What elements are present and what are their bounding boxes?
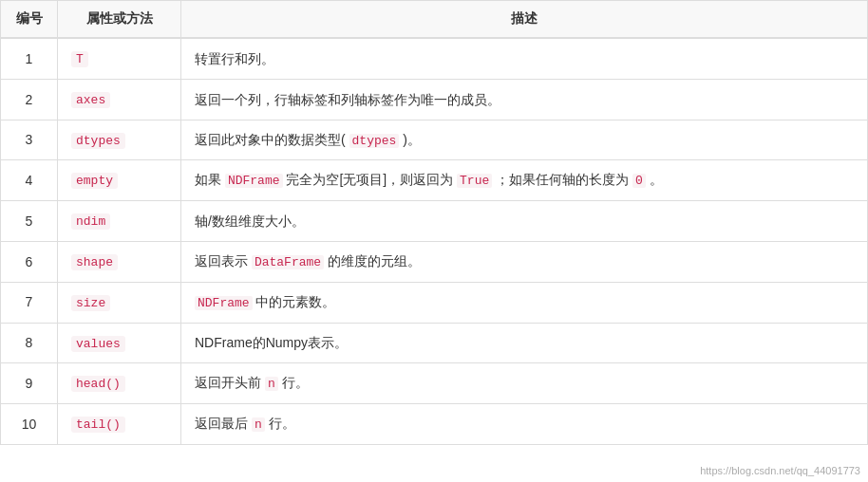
cell-desc: 返回一个列，行轴标签和列轴标签作为唯一的成员。 xyxy=(181,79,868,120)
table-row: 4empty如果 NDFrame 完全为空[无项目]，则返回为 True ；如果… xyxy=(1,160,868,201)
table-row: 9head()返回开头前 n 行。 xyxy=(1,363,868,404)
cell-num: 8 xyxy=(1,323,58,363)
cell-attr: shape xyxy=(58,241,181,282)
cell-num: 3 xyxy=(1,120,58,160)
header-attr: 属性或方法 xyxy=(58,1,181,39)
table-row: 3dtypes返回此对象中的数据类型( dtypes )。 xyxy=(1,120,868,160)
data-table: 编号 属性或方法 描述 1T转置行和列。2axes返回一个列，行轴标签和列轴标签… xyxy=(0,0,868,445)
table-row: 2axes返回一个列，行轴标签和列轴标签作为唯一的成员。 xyxy=(1,79,868,120)
cell-num: 1 xyxy=(1,38,58,79)
header-desc: 描述 xyxy=(181,1,868,39)
cell-desc: 返回此对象中的数据类型( dtypes )。 xyxy=(181,120,868,160)
table-row: 1T转置行和列。 xyxy=(1,38,868,79)
table-row: 5ndim轴/数组维度大小。 xyxy=(1,201,868,242)
attr-code: axes xyxy=(71,92,110,108)
cell-attr: ndim xyxy=(58,201,181,242)
table-row: 7sizeNDFrame 中的元素数。 xyxy=(1,282,868,323)
header-num: 编号 xyxy=(1,1,58,39)
cell-num: 2 xyxy=(1,79,58,120)
watermark: https://blog.csdn.net/qq_44091773 xyxy=(700,465,860,476)
attr-code: ndim xyxy=(71,213,110,230)
cell-attr: dtypes xyxy=(58,120,181,160)
cell-desc: 轴/数组维度大小。 xyxy=(181,201,868,242)
table-row: 8valuesNDFrame的Numpy表示。 xyxy=(1,323,868,363)
cell-attr: axes xyxy=(58,79,181,120)
table-row: 10tail()返回最后 n 行。 xyxy=(1,404,868,445)
cell-attr: tail() xyxy=(58,404,181,445)
attr-code: empty xyxy=(71,173,118,189)
cell-attr: head() xyxy=(58,363,181,404)
cell-desc: NDFrame 中的元素数。 xyxy=(181,282,868,323)
cell-attr: T xyxy=(58,38,181,79)
cell-desc: 返回最后 n 行。 xyxy=(181,404,868,445)
cell-desc: NDFrame的Numpy表示。 xyxy=(181,323,868,363)
attr-code: shape xyxy=(71,254,118,270)
cell-desc: 如果 NDFrame 完全为空[无项目]，则返回为 True ；如果任何轴的长度… xyxy=(181,160,868,201)
cell-num: 6 xyxy=(1,241,58,282)
cell-num: 9 xyxy=(1,363,58,404)
attr-code: head() xyxy=(71,376,125,392)
table-header-row: 编号 属性或方法 描述 xyxy=(1,1,868,39)
attr-code: dtypes xyxy=(71,133,125,149)
cell-num: 7 xyxy=(1,282,58,323)
cell-num: 4 xyxy=(1,160,58,201)
cell-attr: size xyxy=(58,282,181,323)
cell-attr: values xyxy=(58,323,181,363)
cell-desc: 返回表示 DataFrame 的维度的元组。 xyxy=(181,241,868,282)
cell-attr: empty xyxy=(58,160,181,201)
table-row: 6shape返回表示 DataFrame 的维度的元组。 xyxy=(1,241,868,282)
cell-desc: 返回开头前 n 行。 xyxy=(181,363,868,404)
cell-desc: 转置行和列。 xyxy=(181,38,868,79)
attr-code: values xyxy=(71,336,125,352)
cell-num: 5 xyxy=(1,201,58,242)
attr-code: size xyxy=(71,295,110,311)
attr-code: tail() xyxy=(71,417,125,433)
attr-code: T xyxy=(71,51,88,67)
cell-num: 10 xyxy=(1,404,58,445)
main-container: 编号 属性或方法 描述 1T转置行和列。2axes返回一个列，行轴标签和列轴标签… xyxy=(0,0,868,482)
